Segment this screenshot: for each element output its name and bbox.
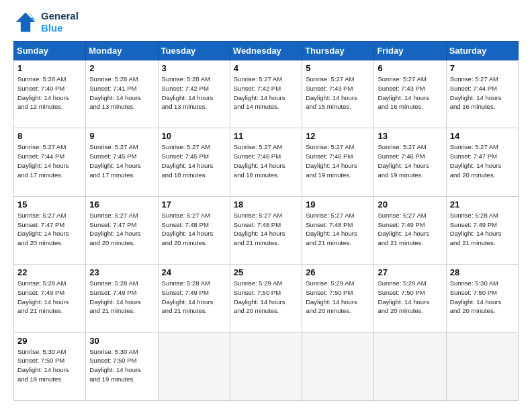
calendar-cell: 10Sunrise: 5:27 AM Sunset: 7:45 PM Dayli… bbox=[158, 128, 230, 196]
calendar-cell: 9Sunrise: 5:27 AM Sunset: 7:45 PM Daylig… bbox=[86, 128, 158, 196]
calendar-cell: 23Sunrise: 5:28 AM Sunset: 7:49 PM Dayli… bbox=[86, 265, 158, 332]
calendar-cell: 25Sunrise: 5:29 AM Sunset: 7:50 PM Dayli… bbox=[230, 265, 302, 332]
calendar-cell: 24Sunrise: 5:28 AM Sunset: 7:49 PM Dayli… bbox=[158, 265, 230, 332]
day-info: Sunrise: 5:29 AM Sunset: 7:50 PM Dayligh… bbox=[234, 279, 298, 316]
calendar-cell: 13Sunrise: 5:27 AM Sunset: 7:46 PM Dayli… bbox=[374, 128, 446, 196]
calendar-cell: 26Sunrise: 5:29 AM Sunset: 7:50 PM Dayli… bbox=[302, 265, 374, 332]
day-info: Sunrise: 5:27 AM Sunset: 7:45 PM Dayligh… bbox=[89, 142, 154, 179]
day-number: 19 bbox=[306, 199, 370, 210]
day-info: Sunrise: 5:29 AM Sunset: 7:50 PM Dayligh… bbox=[378, 279, 442, 316]
calendar-cell: 12Sunrise: 5:27 AM Sunset: 7:46 PM Dayli… bbox=[302, 128, 374, 196]
header: General Blue bbox=[13, 10, 519, 34]
day-number: 29 bbox=[17, 336, 82, 346]
day-number: 5 bbox=[306, 63, 370, 73]
calendar-cell: 30Sunrise: 5:30 AM Sunset: 7:50 PM Dayli… bbox=[86, 332, 158, 400]
weekday-header: Tuesday bbox=[158, 42, 230, 60]
day-info: Sunrise: 5:27 AM Sunset: 7:44 PM Dayligh… bbox=[450, 75, 515, 111]
day-number: 24 bbox=[162, 267, 226, 277]
calendar-cell: 22Sunrise: 5:28 AM Sunset: 7:49 PM Dayli… bbox=[14, 265, 86, 332]
day-number: 22 bbox=[17, 267, 82, 277]
calendar-cell: 7Sunrise: 5:27 AM Sunset: 7:44 PM Daylig… bbox=[446, 60, 518, 128]
page: General Blue SundayMondayTuesdayWednesda… bbox=[0, 0, 532, 411]
day-info: Sunrise: 5:27 AM Sunset: 7:45 PM Dayligh… bbox=[162, 142, 226, 179]
day-number: 21 bbox=[450, 199, 515, 210]
calendar-cell: 8Sunrise: 5:27 AM Sunset: 7:44 PM Daylig… bbox=[14, 128, 86, 196]
calendar-cell: 19Sunrise: 5:27 AM Sunset: 7:48 PM Dayli… bbox=[302, 196, 374, 264]
day-number: 30 bbox=[89, 336, 154, 346]
calendar-cell: 20Sunrise: 5:27 AM Sunset: 7:49 PM Dayli… bbox=[374, 196, 446, 264]
calendar-table: SundayMondayTuesdayWednesdayThursdayFrid… bbox=[13, 41, 519, 401]
day-info: Sunrise: 5:27 AM Sunset: 7:48 PM Dayligh… bbox=[306, 211, 370, 248]
day-number: 13 bbox=[378, 131, 442, 141]
day-number: 18 bbox=[234, 199, 298, 210]
day-number: 17 bbox=[162, 199, 226, 210]
day-info: Sunrise: 5:27 AM Sunset: 7:46 PM Dayligh… bbox=[378, 142, 442, 179]
calendar-cell: 1Sunrise: 5:28 AM Sunset: 7:40 PM Daylig… bbox=[14, 60, 86, 128]
calendar-cell: 18Sunrise: 5:27 AM Sunset: 7:48 PM Dayli… bbox=[230, 196, 302, 264]
calendar-cell: 3Sunrise: 5:28 AM Sunset: 7:42 PM Daylig… bbox=[158, 60, 230, 128]
weekday-header: Sunday bbox=[14, 42, 86, 60]
day-number: 27 bbox=[378, 267, 442, 277]
day-number: 11 bbox=[234, 131, 298, 141]
day-number: 2 bbox=[89, 63, 154, 73]
day-number: 6 bbox=[378, 63, 442, 73]
day-info: Sunrise: 5:28 AM Sunset: 7:41 PM Dayligh… bbox=[89, 75, 154, 111]
day-number: 25 bbox=[234, 267, 298, 277]
calendar-cell: 11Sunrise: 5:27 AM Sunset: 7:46 PM Dayli… bbox=[230, 128, 302, 196]
day-number: 4 bbox=[234, 63, 298, 73]
weekday-header: Thursday bbox=[302, 42, 374, 60]
day-number: 16 bbox=[89, 199, 154, 210]
day-info: Sunrise: 5:28 AM Sunset: 7:42 PM Dayligh… bbox=[162, 75, 226, 111]
day-info: Sunrise: 5:27 AM Sunset: 7:42 PM Dayligh… bbox=[234, 75, 298, 111]
calendar-cell: 17Sunrise: 5:27 AM Sunset: 7:48 PM Dayli… bbox=[158, 196, 230, 264]
calendar-cell: 4Sunrise: 5:27 AM Sunset: 7:42 PM Daylig… bbox=[230, 60, 302, 128]
weekday-header: Friday bbox=[374, 42, 446, 60]
calendar-cell: 2Sunrise: 5:28 AM Sunset: 7:41 PM Daylig… bbox=[86, 60, 158, 128]
day-info: Sunrise: 5:27 AM Sunset: 7:43 PM Dayligh… bbox=[378, 75, 442, 111]
day-info: Sunrise: 5:27 AM Sunset: 7:43 PM Dayligh… bbox=[306, 75, 370, 111]
calendar-cell: 15Sunrise: 5:27 AM Sunset: 7:47 PM Dayli… bbox=[14, 196, 86, 264]
day-number: 26 bbox=[306, 267, 370, 277]
day-info: Sunrise: 5:27 AM Sunset: 7:48 PM Dayligh… bbox=[234, 211, 298, 248]
day-info: Sunrise: 5:27 AM Sunset: 7:47 PM Dayligh… bbox=[450, 142, 515, 179]
day-number: 10 bbox=[162, 131, 226, 141]
svg-marker-0 bbox=[16, 13, 36, 32]
logo-icon bbox=[13, 10, 38, 34]
calendar-cell bbox=[158, 332, 230, 400]
day-number: 3 bbox=[162, 63, 226, 73]
day-info: Sunrise: 5:28 AM Sunset: 7:49 PM Dayligh… bbox=[89, 279, 154, 316]
calendar-cell: 21Sunrise: 5:28 AM Sunset: 7:49 PM Dayli… bbox=[446, 196, 518, 264]
day-info: Sunrise: 5:28 AM Sunset: 7:49 PM Dayligh… bbox=[17, 279, 82, 316]
calendar-cell: 5Sunrise: 5:27 AM Sunset: 7:43 PM Daylig… bbox=[302, 60, 374, 128]
calendar-cell bbox=[302, 332, 374, 400]
day-info: Sunrise: 5:28 AM Sunset: 7:49 PM Dayligh… bbox=[162, 279, 226, 316]
day-info: Sunrise: 5:27 AM Sunset: 7:44 PM Dayligh… bbox=[17, 142, 82, 179]
weekday-header: Wednesday bbox=[230, 42, 302, 60]
calendar-cell: 28Sunrise: 5:30 AM Sunset: 7:50 PM Dayli… bbox=[446, 265, 518, 332]
day-number: 14 bbox=[450, 131, 515, 141]
day-info: Sunrise: 5:30 AM Sunset: 7:50 PM Dayligh… bbox=[17, 347, 82, 384]
logo: General Blue bbox=[13, 10, 79, 34]
weekday-header: Saturday bbox=[446, 42, 518, 60]
calendar-cell: 29Sunrise: 5:30 AM Sunset: 7:50 PM Dayli… bbox=[14, 332, 86, 400]
day-info: Sunrise: 5:30 AM Sunset: 7:50 PM Dayligh… bbox=[450, 279, 515, 316]
day-number: 9 bbox=[89, 131, 154, 141]
calendar-cell: 6Sunrise: 5:27 AM Sunset: 7:43 PM Daylig… bbox=[374, 60, 446, 128]
day-number: 1 bbox=[17, 63, 82, 73]
weekday-header: Monday bbox=[86, 42, 158, 60]
day-info: Sunrise: 5:30 AM Sunset: 7:50 PM Dayligh… bbox=[89, 347, 154, 384]
logo-text: General Blue bbox=[41, 10, 79, 34]
day-number: 12 bbox=[306, 131, 370, 141]
calendar-cell bbox=[446, 332, 518, 400]
day-info: Sunrise: 5:27 AM Sunset: 7:46 PM Dayligh… bbox=[234, 142, 298, 179]
day-info: Sunrise: 5:27 AM Sunset: 7:47 PM Dayligh… bbox=[17, 211, 82, 248]
day-info: Sunrise: 5:27 AM Sunset: 7:49 PM Dayligh… bbox=[378, 211, 442, 248]
day-number: 23 bbox=[89, 267, 154, 277]
day-number: 28 bbox=[450, 267, 515, 277]
day-info: Sunrise: 5:27 AM Sunset: 7:48 PM Dayligh… bbox=[162, 211, 226, 248]
calendar-cell: 27Sunrise: 5:29 AM Sunset: 7:50 PM Dayli… bbox=[374, 265, 446, 332]
day-number: 7 bbox=[450, 63, 515, 73]
calendar-cell bbox=[230, 332, 302, 400]
calendar-cell: 14Sunrise: 5:27 AM Sunset: 7:47 PM Dayli… bbox=[446, 128, 518, 196]
day-info: Sunrise: 5:29 AM Sunset: 7:50 PM Dayligh… bbox=[306, 279, 370, 316]
